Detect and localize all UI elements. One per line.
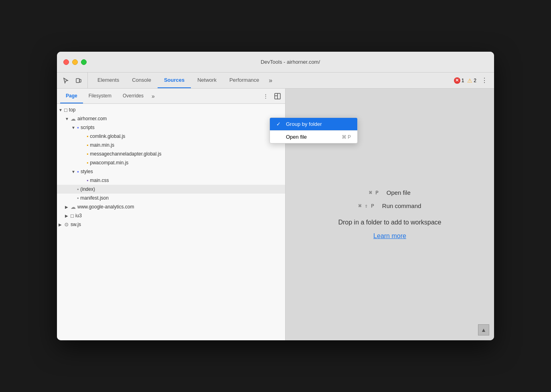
js-file-icon: ▪ bbox=[87, 151, 88, 157]
context-menu: ✓ Group by folder Open file ⌘ P bbox=[269, 117, 358, 143]
tree-item-mainminjs[interactable]: ▪ main.min.js bbox=[57, 141, 285, 150]
traffic-lights bbox=[63, 59, 87, 65]
device-toggle-icon[interactable] bbox=[73, 75, 84, 86]
devtools-window: DevTools - airhorner.com/ Elements Conso… bbox=[57, 52, 494, 340]
cloud-icon: ☁ bbox=[71, 204, 76, 210]
tree-item-comlink[interactable]: ▪ comlink.global.js bbox=[57, 132, 285, 141]
cursor-icon[interactable] bbox=[60, 75, 71, 86]
tree-item-airhorner[interactable]: ▼ ☁ airhorner.com bbox=[57, 114, 285, 123]
tab-sources[interactable]: Sources bbox=[158, 73, 191, 88]
tab-performance[interactable]: Performance bbox=[223, 73, 265, 88]
run-command-shortcut-row: ⌘ ⇧ P Run command bbox=[359, 202, 421, 209]
tree-item-manifest[interactable]: ▪ manifest.json bbox=[57, 194, 285, 202]
error-badge[interactable]: ✕ 1 bbox=[454, 77, 464, 84]
tab-page[interactable]: Page bbox=[60, 89, 83, 103]
learn-more-link[interactable]: Learn more bbox=[373, 232, 406, 240]
chevron-down-icon: ▼ bbox=[71, 170, 77, 174]
tree-item-styles[interactable]: ▼ ▪ styles bbox=[57, 167, 285, 176]
menu-item-open-file[interactable]: Open file ⌘ P bbox=[270, 131, 357, 143]
tab-console[interactable]: Console bbox=[126, 73, 158, 88]
more-options-button[interactable]: ⋮ bbox=[260, 91, 271, 101]
chevron-down-icon: ▼ bbox=[59, 108, 64, 112]
js-file-icon: ▪ bbox=[87, 160, 88, 166]
tree-item-top[interactable]: ▼ □ top bbox=[57, 105, 285, 114]
tab-network[interactable]: Network bbox=[191, 73, 223, 88]
css-file-icon: ▪ bbox=[87, 178, 88, 183]
minimize-button[interactable] bbox=[72, 59, 78, 65]
sub-tab-actions: ⋮ bbox=[260, 89, 285, 103]
gear-icon: ⚙ bbox=[64, 222, 69, 228]
svg-rect-0 bbox=[76, 79, 79, 83]
tree-item-iu3[interactable]: ▶ □ iu3 bbox=[57, 211, 285, 220]
tree-item-scripts[interactable]: ▼ ▪ scripts bbox=[57, 123, 285, 132]
more-subtabs-button[interactable]: » bbox=[149, 89, 157, 103]
folder-icon: ▪ bbox=[77, 168, 79, 175]
right-panel-content: ⌘ P Open file ⌘ ⇧ P Run command Drop in … bbox=[338, 189, 441, 240]
svg-rect-1 bbox=[79, 79, 81, 82]
json-file-icon: ▪ bbox=[77, 195, 79, 201]
open-file-shortcut-row: ⌘ P Open file bbox=[369, 189, 411, 196]
chevron-right-icon: ▶ bbox=[65, 205, 71, 209]
cloud-icon: ☁ bbox=[71, 116, 76, 122]
error-icon: ✕ bbox=[454, 77, 460, 84]
html-file-icon: ▪ bbox=[77, 186, 79, 192]
content-wrapper: Page Filesystem Overrides » ⋮ bbox=[57, 89, 494, 340]
tab-elements[interactable]: Elements bbox=[91, 73, 126, 88]
panel-layout-button[interactable] bbox=[272, 91, 283, 101]
chevron-down-icon: ▼ bbox=[65, 117, 71, 121]
folder-icon: ▪ bbox=[77, 124, 79, 131]
tab-bar-right: ✕ 1 ⚠ 2 ⋮ bbox=[454, 73, 494, 88]
checkmark-icon: ✓ bbox=[276, 121, 283, 127]
sub-tab-bar: Page Filesystem Overrides » ⋮ bbox=[57, 89, 285, 104]
tree-item-swjs[interactable]: ▶ ⚙ sw.js bbox=[57, 220, 285, 229]
tab-overrides[interactable]: Overrides bbox=[117, 89, 149, 103]
drop-text: Drop in a folder to add to workspace bbox=[338, 219, 441, 226]
chevron-right-icon: ▶ bbox=[65, 214, 71, 218]
devtools-more-button[interactable]: ⋮ bbox=[480, 76, 489, 85]
js-file-icon: ▪ bbox=[87, 133, 88, 139]
tab-filesystem[interactable]: Filesystem bbox=[83, 89, 117, 103]
tree-item-pwacompat[interactable]: ▪ pwacompat.min.js bbox=[57, 158, 285, 167]
file-tree: ▼ □ top ▼ ☁ airhorner.com ▼ ▪ script bbox=[57, 104, 285, 340]
js-file-icon: ▪ bbox=[87, 142, 88, 148]
tree-item-msgchannel[interactable]: ▪ messagechanneladapter.global.js bbox=[57, 150, 285, 158]
window-title: DevTools - airhorner.com/ bbox=[93, 59, 488, 65]
chevron-down-icon: ▼ bbox=[71, 125, 77, 130]
chevron-right-icon: ▶ bbox=[59, 222, 64, 227]
warning-badge[interactable]: ⚠ 2 bbox=[467, 77, 476, 84]
upload-icon[interactable]: ▲ bbox=[478, 324, 489, 335]
tree-item-google-analytics[interactable]: ▶ ☁ www.google-analytics.com bbox=[57, 202, 285, 211]
left-panel: Page Filesystem Overrides » ⋮ bbox=[57, 89, 286, 340]
frame-icon: □ bbox=[71, 213, 74, 219]
main-tab-bar: Elements Console Sources Network Perform… bbox=[57, 73, 494, 89]
toolbar-icons bbox=[60, 73, 88, 88]
menu-item-group-by-folder[interactable]: ✓ Group by folder bbox=[270, 118, 357, 130]
more-tabs-button[interactable]: » bbox=[265, 73, 276, 88]
close-button[interactable] bbox=[63, 59, 69, 65]
title-bar: DevTools - airhorner.com/ bbox=[57, 52, 494, 73]
warning-icon: ⚠ bbox=[467, 77, 472, 84]
tree-item-maincss[interactable]: ▪ main.css bbox=[57, 176, 285, 185]
tree-item-index[interactable]: ▪ (index) bbox=[57, 185, 285, 194]
maximize-button[interactable] bbox=[81, 59, 87, 65]
